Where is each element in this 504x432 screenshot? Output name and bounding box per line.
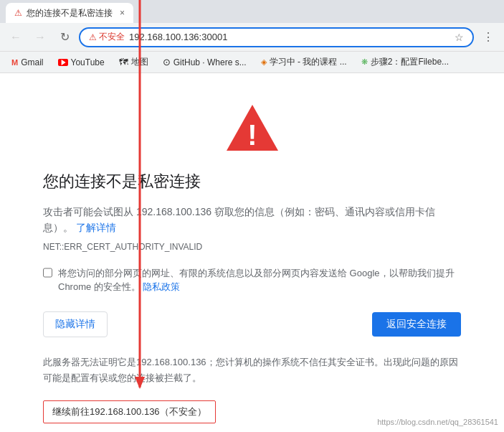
learning-icon: ◈ [261,57,267,67]
bookmark-youtube[interactable]: YouTube [52,54,110,71]
youtube-icon [58,57,68,67]
watermark: https://blog.csdn.net/qq_28361541 [377,418,498,426]
filebe-icon: ❋ [361,57,368,67]
bookmark-github-label: GitHub · Where s... [173,57,247,67]
hide-details-button[interactable]: 隐藏详情 [43,311,108,337]
checkbox-label: 将您访问的部分网页的网址、有限的系统信息以及部分网页内容发送给 Google，以… [58,266,461,294]
warning-triangle-svg: ! [224,102,281,154]
warning-icon: ⚠ [89,32,97,42]
bookmark-maps[interactable]: 🗺 地图 [113,54,154,71]
bookmark-youtube-label: YouTube [71,57,105,67]
forward-button[interactable]: → [30,27,50,47]
back-button[interactable]: ← [6,27,26,47]
extra-info-text: 此服务器无法证明它是192.168.100.136；您计算机的操作系统不信任其安… [43,354,461,386]
bookmark-learning[interactable]: ◈ 学习中 - 我的课程 ... [255,54,353,71]
action-buttons-row: 隐藏详情 返回安全连接 [43,311,461,337]
learn-more-link[interactable]: 了解详情 [76,222,116,233]
address-bar: ← → ↻ ⚠ 不安全 192.168.100.136:30001 ☆ ⋮ [0,23,504,52]
extensions-button[interactable]: ⋮ [478,27,498,47]
bookmark-learning-label: 学习中 - 我的课程 ... [270,56,347,68]
error-description: 攻击者可能会试图从 192.168.100.136 窃取您的信息（例如：密码、通… [43,204,461,236]
send-data-checkbox[interactable] [43,268,52,278]
page-content: ! 您的连接不是私密连接 攻击者可能会试图从 192.168.100.136 窃… [0,73,504,432]
tab-favicon: ⚠ [14,8,22,18]
continue-link-wrapper: 继续前往192.168.100.136（不安全） [43,400,216,423]
bookmark-filebe[interactable]: ❋ 步骤2：配置Filebe... [356,54,455,71]
url-text: 192.168.100.136:30001 [129,32,450,42]
bookmark-filebe-label: 步骤2：配置Filebe... [371,56,449,68]
error-heading: 您的连接不是私密连接 [43,171,461,192]
bookmarks-bar: M Gmail YouTube 🗺 地图 ⊙ GitHub · Where s.… [0,52,504,73]
address-bar-input[interactable]: ⚠ 不安全 192.168.100.136:30001 ☆ [79,27,474,47]
github-icon: ⊙ [163,57,171,67]
bookmark-gmail-label: Gmail [21,57,43,67]
bookmark-github[interactable]: ⊙ GitHub · Where s... [157,54,252,71]
gmail-icon: M [11,58,18,67]
continue-unsafe-link[interactable]: 继续前往192.168.100.136（不安全） [43,400,216,423]
tab-title: 您的连接不是私密连接 [27,7,113,19]
bookmark-maps-label: 地图 [131,56,148,68]
tab-close-button[interactable]: × [120,8,125,18]
warning-icon-container: ! [43,102,461,154]
checkbox-label-text: 将您访问的部分网页的网址、有限的系统信息以及部分网页内容发送给 Google，以… [58,268,455,293]
reload-button[interactable]: ↻ [54,27,75,47]
not-secure-label: 不安全 [99,31,125,43]
bookmark-star-icon[interactable]: ☆ [455,32,464,43]
svg-text:!: ! [247,119,257,151]
back-safe-button[interactable]: 返回安全连接 [372,312,461,337]
tab-bar: ⚠ 您的连接不是私密连接 × [0,0,504,23]
send-data-checkbox-area: 将您访问的部分网页的网址、有限的系统信息以及部分网页内容发送给 Google，以… [43,266,461,294]
active-tab[interactable]: ⚠ 您的连接不是私密连接 × [6,3,133,23]
browser-frame: ⚠ 您的连接不是私密连接 × ← → ↻ ⚠ 不安全 192.168.100.1… [0,0,504,432]
bookmark-gmail[interactable]: M Gmail [6,54,49,71]
error-code: NET::ERR_CERT_AUTHORITY_INVALID [43,242,461,252]
maps-icon: 🗺 [119,57,128,67]
privacy-policy-link[interactable]: 隐私政策 [143,281,180,292]
not-secure-indicator: ⚠ 不安全 [89,31,125,43]
